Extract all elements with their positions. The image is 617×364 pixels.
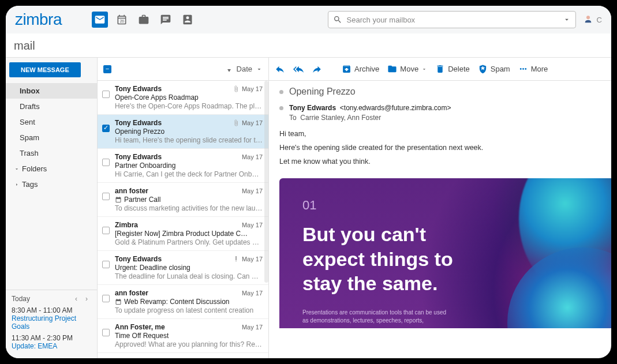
sidebar: NEW MESSAGE Inbox Drafts Sent Spam Trash…	[6, 58, 97, 358]
message-row[interactable]: ZimbraMay 17[Register Now] Zimbra Produc…	[98, 217, 268, 251]
forward-button[interactable]	[312, 64, 322, 74]
search-input[interactable]	[347, 16, 558, 24]
message-row[interactable]: Ann Foster, meMay 17Time Off RequestAppr…	[98, 319, 268, 353]
sort-label[interactable]: Date	[237, 65, 252, 73]
svg-point-3	[522, 68, 524, 70]
message-date: May 17	[233, 255, 263, 263]
folder-inbox[interactable]: Inbox	[6, 83, 97, 99]
message-preview: Gold & Platinum Partners Only. Get updat…	[115, 238, 263, 246]
contacts-icon[interactable]	[180, 12, 196, 28]
message-checkbox[interactable]	[102, 85, 110, 110]
calendar-event[interactable]: 8:30 AM - 11:00 AM Restructuring Project…	[12, 306, 91, 331]
reading-from: Tony Edwards <tony.edwards@future.zimbra…	[289, 104, 451, 112]
reply-button[interactable]	[275, 64, 285, 74]
mail-icon[interactable]	[92, 12, 108, 28]
folder-drafts[interactable]: Drafts	[6, 99, 97, 114]
slide-subtext: Presentations are communication tools th…	[302, 309, 453, 325]
message-row[interactable]: Tony EdwardsMay 17Opening PrezzoHi team,…	[98, 115, 268, 149]
mini-calendar-prev[interactable]: ‹	[72, 295, 81, 303]
message-row[interactable]: Tony EdwardsMay 17Urgent: Deadline closi…	[98, 251, 268, 285]
move-button[interactable]: Move	[387, 64, 427, 74]
delete-label: Delete	[448, 65, 470, 73]
calendar-icon[interactable]: 26	[114, 12, 130, 28]
body-paragraph: Hi team,	[279, 130, 601, 138]
message-row[interactable]: ann fosterMay 17Web Revamp: Content Disc…	[98, 285, 268, 319]
svg-text:26: 26	[120, 19, 125, 23]
folder-list: Inbox Drafts Sent Spam Trash Folders Tag…	[6, 81, 97, 194]
delete-button[interactable]: Delete	[435, 64, 470, 74]
chevron-down-icon[interactable]	[563, 16, 571, 24]
message-subject: Time Off Request	[115, 332, 263, 340]
new-message-button[interactable]: NEW MESSAGE	[9, 62, 81, 77]
message-row[interactable]: ann fosterMay 17Partner CallTo discuss m…	[98, 183, 268, 217]
archive-button[interactable]: Archive	[342, 64, 379, 74]
message-subject: Opening Prezzo	[115, 127, 263, 136]
user-area[interactable]: C	[583, 14, 602, 25]
sort-arrow-icon[interactable]	[225, 65, 233, 73]
spam-button[interactable]: Spam	[478, 64, 510, 74]
message-checkbox[interactable]	[102, 153, 110, 178]
mini-calendar-next[interactable]: ›	[82, 295, 91, 303]
message-preview: The deadline for Lunala deal is closing.…	[115, 272, 263, 280]
reading-header: Tony Edwards <tony.edwards@future.zimbra…	[269, 102, 611, 127]
message-list[interactable]: Tony EdwardsMay 17Open-Core Apps Roadmap…	[98, 81, 268, 358]
message-from: Tony Edwards	[115, 255, 162, 263]
message-date: May 17	[233, 85, 263, 93]
reading-subject: Opening Prezzo	[289, 87, 356, 97]
event-time: 8:30 AM - 11:00 AM	[12, 306, 91, 314]
tags-group[interactable]: Tags	[6, 177, 97, 192]
select-indicator-icon[interactable]: −	[103, 65, 111, 73]
chevron-right-icon	[14, 182, 20, 187]
message-date: May 17	[242, 357, 263, 358]
message-subject: Urgent: Deadline closing	[115, 264, 263, 272]
chevron-down-icon	[421, 66, 427, 72]
message-checkbox[interactable]	[102, 289, 110, 314]
message-from: ann foster	[115, 187, 148, 195]
event-title: Restructuring Project Goals	[12, 314, 91, 331]
mini-calendar-today: Today	[12, 295, 30, 303]
chevron-down-icon[interactable]	[256, 66, 263, 73]
chat-icon[interactable]	[158, 12, 174, 28]
app-frame: zimbra 26 C	[6, 6, 611, 358]
message-checkbox[interactable]	[102, 323, 110, 348]
svg-point-4	[525, 68, 526, 70]
scrollbar[interactable]	[264, 81, 268, 283]
message-preview: Here's the Open-Core Apps Roadmap. The p…	[115, 102, 263, 110]
folder-spam[interactable]: Spam	[6, 130, 97, 145]
message-date: May 17	[242, 289, 263, 297]
topbar: zimbra 26 C	[6, 6, 611, 33]
message-date: May 17	[242, 153, 263, 161]
main: NEW MESSAGE Inbox Drafts Sent Spam Trash…	[6, 58, 611, 358]
move-label: Move	[400, 65, 418, 73]
message-checkbox[interactable]	[102, 357, 110, 358]
message-checkbox[interactable]	[102, 119, 110, 144]
chevron-down-icon	[14, 166, 20, 172]
message-row[interactable]: Tony EdwardsMay 17Partner OnboardingHi C…	[98, 149, 268, 183]
message-from: Tony Edwards	[115, 119, 162, 127]
search-box[interactable]	[328, 11, 576, 28]
message-checkbox[interactable]	[102, 187, 110, 212]
message-checkbox[interactable]	[102, 255, 110, 280]
nav-icons: 26	[92, 12, 196, 28]
reading-body: Hi team, Here's the opening slide create…	[269, 127, 611, 178]
message-checkbox[interactable]	[102, 221, 110, 246]
page-title: mail	[6, 33, 611, 58]
message-subject: Web Revamp: Content Discussion	[115, 298, 263, 306]
message-subject: Open-Core Apps Roadmap	[115, 93, 263, 102]
folder-sent[interactable]: Sent	[6, 114, 97, 130]
message-preview: To discuss marketing activities for the …	[115, 204, 263, 212]
message-row[interactable]: Zimbra TeamMay 17	[98, 353, 268, 358]
message-from: Tony Edwards	[115, 153, 162, 161]
attachment-slide: 01 But you can't expect things to stay t…	[279, 178, 611, 328]
folders-group[interactable]: Folders	[6, 161, 97, 177]
archive-label: Archive	[354, 65, 379, 73]
reply-all-button[interactable]	[293, 64, 304, 74]
message-preview: Hi Carrie, Can I get the deck for Partne…	[115, 170, 263, 178]
folder-trash[interactable]: Trash	[6, 145, 97, 161]
unread-dot-icon	[279, 90, 283, 94]
message-from: ann foster	[115, 289, 148, 297]
more-button[interactable]: More	[518, 64, 548, 74]
message-row[interactable]: Tony EdwardsMay 17Open-Core Apps Roadmap…	[98, 81, 268, 115]
briefcase-icon[interactable]	[136, 12, 152, 28]
calendar-event[interactable]: 11:30 AM - 2:30 PM Update: EMEA	[12, 334, 91, 350]
